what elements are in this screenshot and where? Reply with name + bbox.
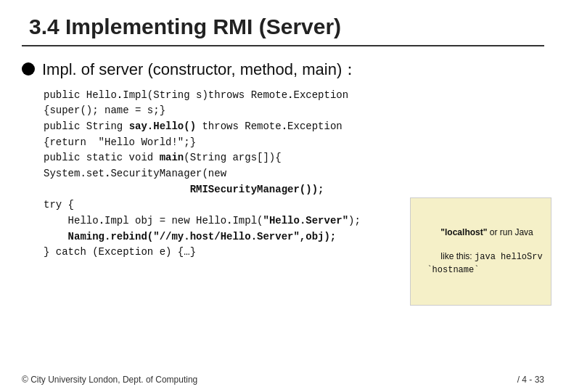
bullet-section: Impl. of server (constructor, method, ma…: [22, 60, 544, 81]
code-line-2: {super(); name = s;}: [44, 103, 544, 119]
slide: 3.4 Implementing RMI (Server) Impl. of s…: [0, 0, 566, 392]
tooltip-box: "localhost" or run Java like this: java …: [410, 197, 551, 305]
code-line-5: public static void main(String args[]){: [44, 150, 544, 166]
bullet-label: Impl. of server (constructor, method, ma…: [42, 60, 358, 81]
slide-footer: © City University London, Dept. of Compu…: [22, 375, 544, 385]
code-line-11: } catch (Exception e) {…} "localhost" or…: [44, 245, 544, 292]
title-divider: [22, 45, 544, 46]
slide-title: 3.4 Implementing RMI (Server): [22, 15, 544, 39]
footer-right: / 4 - 33: [517, 375, 544, 385]
code-line-6: System.set.SecurityManager(new: [44, 166, 544, 182]
code-line-1: public Hello.Impl(String s)throws Remote…: [44, 88, 544, 104]
code-line-7: RMISecurityManager());: [44, 182, 544, 198]
bullet-dot: [22, 62, 35, 75]
footer-left: © City University London, Dept. of Compu…: [22, 375, 197, 385]
tooltip-text: "localhost" or run Java like this: java …: [417, 227, 543, 287]
code-line-3: public String say.Hello() throws Remote.…: [44, 119, 544, 135]
code-block: public Hello.Impl(String s)throws Remote…: [44, 88, 544, 293]
code-line-4: {return "Hello World!";}: [44, 135, 544, 151]
